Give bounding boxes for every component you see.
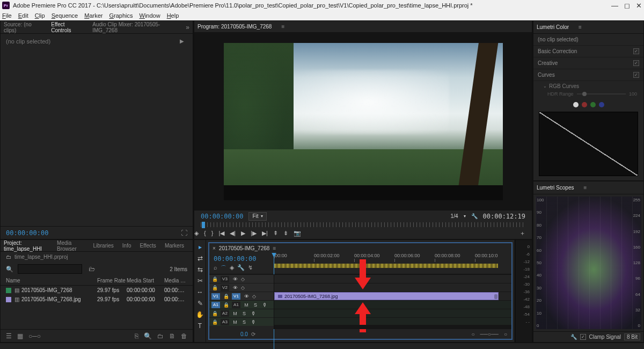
- tab-info[interactable]: Info: [122, 243, 131, 249]
- project-item-row[interactable]: ▤20170505-IMG_7268 29.97 fps 00:00:00:00…: [1, 286, 193, 295]
- snap-icon[interactable]: ⌕: [214, 264, 217, 272]
- tab-source[interactable]: Source: (no clips): [4, 21, 41, 33]
- window-maximize-button[interactable]: ◻: [624, 2, 630, 10]
- mute-icon[interactable]: M: [243, 302, 250, 308]
- eye-icon[interactable]: 👁: [232, 277, 238, 282]
- freeform-view-icon[interactable]: ○─○: [28, 332, 41, 340]
- work-area-bar[interactable]: [274, 264, 498, 268]
- button-editor-icon[interactable]: ＋: [519, 229, 525, 237]
- close-sequence-icon[interactable]: ×: [213, 245, 216, 251]
- timeline-zoom-out-icon[interactable]: ○: [472, 331, 475, 337]
- linked-selection-icon[interactable]: ⌒: [221, 264, 226, 272]
- list-view-icon[interactable]: ☰: [6, 332, 12, 340]
- new-bin-icon[interactable]: 🗀: [157, 332, 164, 340]
- menu-clip[interactable]: Clip: [35, 12, 45, 19]
- track-header-v2[interactable]: 🔒V2👁◇: [209, 283, 274, 292]
- menu-file[interactable]: File: [2, 12, 12, 19]
- chevron-down-icon[interactable]: ⌄: [543, 84, 547, 89]
- new-item-icon[interactable]: 🗎: [169, 332, 175, 340]
- timeline-clip[interactable]: 20170505-IMG_7268.jpg: [274, 292, 499, 300]
- tab-effect-controls[interactable]: Effect Controls: [51, 21, 83, 33]
- project-item-row[interactable]: ▥20170505-IMG_7268.jpg 29.97 fps 00:00:0…: [1, 295, 193, 304]
- timeline-ruler[interactable]: |00:00 00:00:02:00 00:00:04:00 00:00:06:…: [274, 253, 511, 274]
- sync-lock-icon[interactable]: ◇: [241, 285, 245, 290]
- tab-project[interactable]: Project: time_lapse_HHI: [4, 240, 48, 252]
- tab-libraries[interactable]: Libraries: [93, 243, 113, 249]
- track-target[interactable]: A1: [232, 302, 240, 308]
- track-target[interactable]: V1: [232, 293, 240, 300]
- slip-tool-icon[interactable]: ↔: [197, 288, 203, 296]
- lock-icon[interactable]: 🔒: [223, 294, 229, 299]
- voice-over-icon[interactable]: 🎙: [250, 311, 257, 316]
- clamp-signal-checkbox[interactable]: ✓: [580, 334, 586, 340]
- lock-icon[interactable]: 🔒: [211, 285, 218, 290]
- mute-icon[interactable]: M: [232, 311, 238, 316]
- extract-icon[interactable]: ⇟: [283, 230, 288, 237]
- menu-graphics[interactable]: Graphics: [109, 12, 133, 19]
- timeline-wrench-icon[interactable]: ↯: [248, 264, 253, 272]
- section-toggle-checkbox[interactable]: ✓: [633, 72, 639, 78]
- type-tool-icon[interactable]: T: [198, 322, 202, 330]
- voice-over-icon[interactable]: 🎙: [250, 319, 257, 325]
- track-header-v1[interactable]: V1🔒V1👁◇: [209, 292, 274, 300]
- razor-tool-icon[interactable]: ✂: [197, 277, 203, 285]
- lock-icon[interactable]: 🔒: [223, 302, 229, 308]
- track-target[interactable]: A2: [221, 310, 229, 317]
- master-audio-level[interactable]: 0.0: [240, 331, 248, 337]
- export-frame-icon[interactable]: 📷: [294, 230, 301, 237]
- lock-icon[interactable]: 🔒: [211, 311, 218, 316]
- solo-icon[interactable]: S: [241, 319, 247, 325]
- mark-in-icon[interactable]: {: [204, 230, 206, 236]
- lumetri-scope-display[interactable]: 100 90 80 70 60 50 40 30 20 10 0 255 224…: [536, 197, 641, 329]
- curve-channel-luma[interactable]: [573, 102, 579, 107]
- timeline-tracks-area[interactable]: 20170505-IMG_7268.jpg: [274, 274, 511, 329]
- timeline-settings-icon[interactable]: 🔧: [237, 264, 245, 272]
- tab-effects[interactable]: Effects: [140, 243, 156, 249]
- hdr-range-slider[interactable]: [577, 93, 626, 94]
- rgb-curve-editor[interactable]: [539, 112, 638, 176]
- tab-markers[interactable]: Markers: [165, 243, 184, 249]
- col-name[interactable]: Name: [6, 278, 97, 283]
- track-target[interactable]: A3: [221, 319, 229, 325]
- window-minimize-button[interactable]: —: [611, 2, 618, 10]
- selection-tool-icon[interactable]: ▸: [199, 243, 202, 251]
- section-toggle-checkbox[interactable]: ✓: [633, 48, 639, 54]
- lock-icon[interactable]: 🔒: [211, 277, 218, 282]
- mark-out-icon[interactable]: }: [211, 230, 214, 236]
- tab-program-monitor[interactable]: Program: 20170505-IMG_7268: [197, 24, 272, 30]
- col-mediaend[interactable]: Media …: [164, 278, 186, 283]
- zoom-level-select[interactable]: Fit▾: [248, 212, 266, 221]
- step-forward-icon[interactable]: |▶: [251, 230, 257, 237]
- hand-tool-icon[interactable]: ✋: [196, 311, 204, 318]
- section-curves[interactable]: Curves: [538, 72, 555, 78]
- lock-icon[interactable]: 🔒: [211, 319, 218, 325]
- hdr-range-value[interactable]: 100: [629, 91, 637, 97]
- timeline-timecode[interactable]: 00:00:00:00: [214, 255, 274, 263]
- delete-icon[interactable]: 🗑: [181, 332, 187, 340]
- tab-audio-clip-mixer[interactable]: Audio Clip Mixer: 20170505-IMG_7268: [92, 21, 176, 33]
- program-monitor-viewport[interactable]: [194, 33, 532, 210]
- scope-settings-icon[interactable]: 🔧: [570, 334, 577, 340]
- go-to-out-icon[interactable]: ▶|: [262, 230, 268, 237]
- tab-lumetri-color[interactable]: Lumetri Color: [537, 24, 569, 30]
- timeline-zoom-in-icon[interactable]: ○: [504, 331, 507, 337]
- solo-icon[interactable]: S: [241, 311, 247, 316]
- section-creative[interactable]: Creative: [538, 60, 558, 66]
- lift-icon[interactable]: ⇞: [273, 230, 278, 237]
- col-mediastart[interactable]: Media Start: [127, 278, 164, 283]
- timeline-zoom-slider[interactable]: ──○──: [480, 331, 499, 337]
- menu-edit[interactable]: Edit: [18, 12, 28, 19]
- program-timecode[interactable]: 00:00:00:00: [201, 213, 243, 220]
- curve-channel-red[interactable]: [582, 102, 587, 107]
- source-patch-v1[interactable]: V1: [211, 293, 220, 300]
- sequence-tab[interactable]: 20170505-IMG_7268: [219, 245, 270, 251]
- solo-icon[interactable]: S: [252, 302, 259, 308]
- section-toggle-checkbox[interactable]: ✓: [633, 60, 639, 66]
- eye-icon[interactable]: 👁: [232, 285, 238, 290]
- panel-menu-icon[interactable]: ≡: [281, 24, 284, 30]
- track-header-a2[interactable]: 🔒A2MS🎙: [209, 309, 274, 317]
- menu-help[interactable]: Help: [167, 12, 179, 19]
- play-icon[interactable]: ▶: [241, 230, 245, 237]
- sync-lock-icon[interactable]: ◇: [252, 294, 256, 299]
- menu-sequence[interactable]: Sequence: [52, 12, 78, 19]
